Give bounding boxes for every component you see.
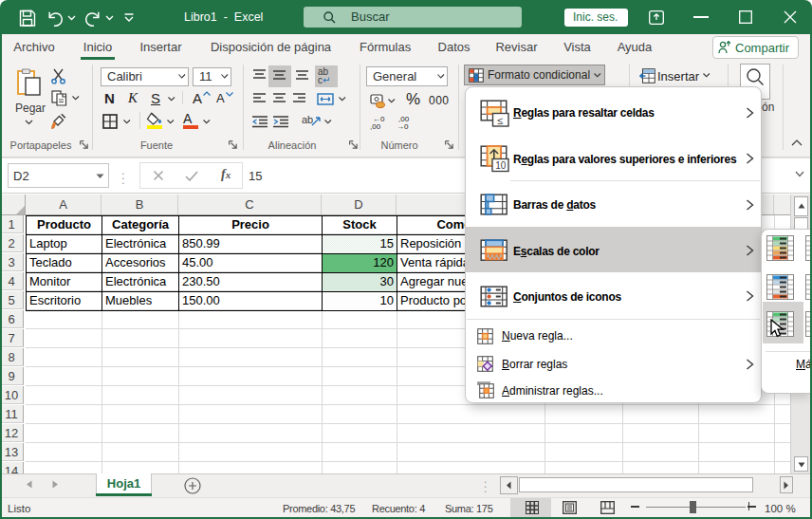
svg-text:→0: →0 bbox=[397, 122, 409, 130]
svg-text:≤: ≤ bbox=[497, 115, 503, 126]
svg-text:10: 10 bbox=[495, 160, 507, 171]
svg-text:,00: ,00 bbox=[370, 122, 381, 130]
